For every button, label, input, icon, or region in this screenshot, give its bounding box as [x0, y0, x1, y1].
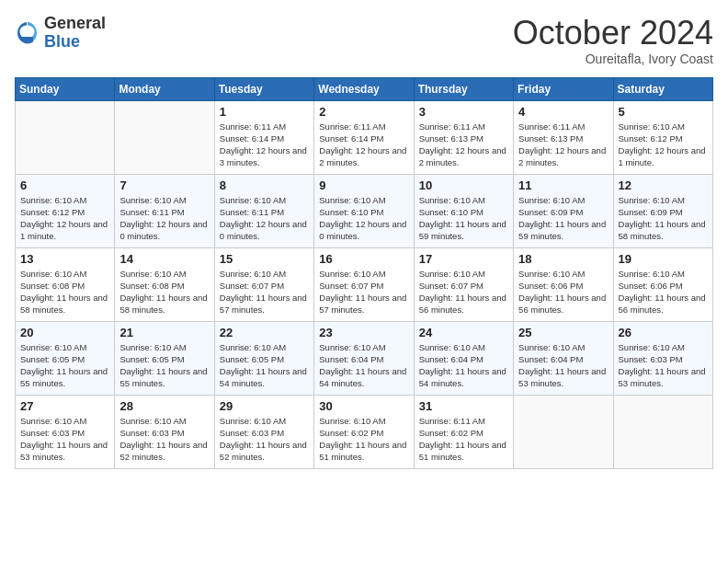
header-day-thursday: Thursday: [414, 77, 513, 100]
logo: General Blue: [15, 15, 106, 52]
logo-general: General: [44, 15, 106, 33]
day-info: Sunrise: 6:10 AMSunset: 6:11 PMDaylight:…: [119, 195, 207, 242]
day-info: Sunrise: 6:10 AMSunset: 6:06 PMDaylight:…: [518, 269, 606, 316]
calendar-cell: 16Sunrise: 6:10 AMSunset: 6:07 PMDayligh…: [314, 247, 414, 321]
day-number: 6: [20, 178, 109, 192]
day-number: 26: [619, 326, 708, 339]
day-number: 25: [518, 326, 608, 339]
calendar-cell: 4Sunrise: 6:11 AMSunset: 6:13 PMDaylight…: [514, 100, 613, 174]
calendar-cell: 11Sunrise: 6:10 AMSunset: 6:09 PMDayligh…: [514, 174, 613, 247]
header-day-tuesday: Tuesday: [214, 77, 313, 100]
day-info: Sunrise: 6:10 AMSunset: 6:12 PMDaylight:…: [20, 195, 108, 242]
calendar-week-1: 1Sunrise: 6:11 AMSunset: 6:14 PMDaylight…: [16, 100, 713, 174]
day-number: 20: [20, 326, 109, 339]
calendar-cell: 13Sunrise: 6:10 AMSunset: 6:08 PMDayligh…: [16, 247, 115, 321]
header-day-saturday: Saturday: [613, 77, 712, 100]
day-number: 15: [220, 252, 309, 266]
day-info: Sunrise: 6:11 AMSunset: 6:13 PMDaylight:…: [419, 121, 506, 168]
title-block: October 2024 Oureitafla, Ivory Coast: [513, 15, 713, 66]
day-info: Sunrise: 6:10 AMSunset: 6:07 PMDaylight:…: [419, 269, 506, 316]
calendar-cell: 20Sunrise: 6:10 AMSunset: 6:05 PMDayligh…: [16, 321, 115, 395]
calendar-cell: 9Sunrise: 6:10 AMSunset: 6:10 PMDaylight…: [314, 174, 414, 247]
calendar-week-2: 6Sunrise: 6:10 AMSunset: 6:12 PMDaylight…: [16, 174, 713, 247]
day-number: 23: [319, 326, 408, 339]
day-number: 8: [220, 178, 309, 192]
day-number: 11: [518, 178, 608, 192]
calendar-week-4: 20Sunrise: 6:10 AMSunset: 6:05 PMDayligh…: [16, 321, 713, 395]
day-info: Sunrise: 6:10 AMSunset: 6:08 PMDaylight:…: [20, 269, 108, 316]
day-info: Sunrise: 6:10 AMSunset: 6:06 PMDaylight:…: [619, 269, 706, 316]
day-info: Sunrise: 6:10 AMSunset: 6:09 PMDaylight:…: [518, 195, 606, 242]
day-info: Sunrise: 6:10 AMSunset: 6:03 PMDaylight:…: [119, 416, 207, 463]
calendar-cell: 17Sunrise: 6:10 AMSunset: 6:07 PMDayligh…: [414, 247, 513, 321]
calendar-cell: [115, 100, 214, 174]
header-day-sunday: Sunday: [16, 77, 115, 100]
day-info: Sunrise: 6:10 AMSunset: 6:12 PMDaylight:…: [619, 121, 706, 168]
day-number: 1: [220, 105, 309, 119]
day-number: 21: [119, 326, 209, 339]
calendar-cell: 15Sunrise: 6:10 AMSunset: 6:07 PMDayligh…: [214, 247, 313, 321]
day-number: 7: [119, 178, 209, 192]
calendar-cell: 26Sunrise: 6:10 AMSunset: 6:03 PMDayligh…: [613, 321, 712, 395]
calendar-cell: 31Sunrise: 6:11 AMSunset: 6:02 PMDayligh…: [414, 395, 513, 468]
day-number: 16: [319, 252, 408, 266]
month-title: October 2024: [513, 15, 713, 52]
calendar-cell: 14Sunrise: 6:10 AMSunset: 6:08 PMDayligh…: [115, 247, 214, 321]
header-day-monday: Monday: [115, 77, 214, 100]
calendar-week-3: 13Sunrise: 6:10 AMSunset: 6:08 PMDayligh…: [16, 247, 713, 321]
day-number: 19: [619, 252, 708, 266]
calendar-cell: 6Sunrise: 6:10 AMSunset: 6:12 PMDaylight…: [16, 174, 115, 247]
calendar-cell: [514, 395, 613, 468]
day-info: Sunrise: 6:10 AMSunset: 6:03 PMDaylight:…: [619, 342, 706, 389]
day-number: 30: [319, 399, 408, 413]
day-number: 27: [20, 399, 109, 413]
day-info: Sunrise: 6:10 AMSunset: 6:11 PMDaylight:…: [220, 195, 307, 242]
calendar-cell: 8Sunrise: 6:10 AMSunset: 6:11 PMDaylight…: [214, 174, 313, 247]
page-header: General Blue October 2024 Oureitafla, Iv…: [15, 15, 713, 66]
day-number: 3: [419, 105, 508, 119]
day-info: Sunrise: 6:10 AMSunset: 6:03 PMDaylight:…: [20, 416, 108, 463]
calendar-table: SundayMondayTuesdayWednesdayThursdayFrid…: [15, 77, 713, 469]
day-number: 31: [419, 399, 508, 413]
header-row: SundayMondayTuesdayWednesdayThursdayFrid…: [16, 77, 713, 100]
calendar-week-5: 27Sunrise: 6:10 AMSunset: 6:03 PMDayligh…: [16, 395, 713, 468]
day-info: Sunrise: 6:10 AMSunset: 6:04 PMDaylight:…: [319, 342, 406, 389]
header-day-friday: Friday: [514, 77, 613, 100]
calendar-cell: 2Sunrise: 6:11 AMSunset: 6:14 PMDaylight…: [314, 100, 414, 174]
calendar-cell: 21Sunrise: 6:10 AMSunset: 6:05 PMDayligh…: [115, 321, 214, 395]
calendar-cell: [16, 100, 115, 174]
day-info: Sunrise: 6:10 AMSunset: 6:05 PMDaylight:…: [119, 342, 207, 389]
calendar-cell: 24Sunrise: 6:10 AMSunset: 6:04 PMDayligh…: [414, 321, 513, 395]
day-info: Sunrise: 6:10 AMSunset: 6:04 PMDaylight:…: [518, 342, 606, 389]
day-info: Sunrise: 6:11 AMSunset: 6:13 PMDaylight:…: [518, 121, 606, 168]
header-day-wednesday: Wednesday: [314, 77, 414, 100]
day-number: 4: [518, 105, 608, 119]
calendar-cell: 1Sunrise: 6:11 AMSunset: 6:14 PMDaylight…: [214, 100, 313, 174]
day-info: Sunrise: 6:10 AMSunset: 6:07 PMDaylight:…: [220, 269, 307, 316]
day-info: Sunrise: 6:10 AMSunset: 6:04 PMDaylight:…: [419, 342, 506, 389]
calendar-cell: 30Sunrise: 6:10 AMSunset: 6:02 PMDayligh…: [314, 395, 414, 468]
calendar-cell: 12Sunrise: 6:10 AMSunset: 6:09 PMDayligh…: [613, 174, 712, 247]
day-number: 12: [619, 178, 708, 192]
location: Oureitafla, Ivory Coast: [513, 52, 713, 66]
day-number: 13: [20, 252, 109, 266]
calendar-cell: 28Sunrise: 6:10 AMSunset: 6:03 PMDayligh…: [115, 395, 214, 468]
day-number: 2: [319, 105, 408, 119]
day-info: Sunrise: 6:11 AMSunset: 6:14 PMDaylight:…: [319, 121, 406, 168]
calendar-cell: 10Sunrise: 6:10 AMSunset: 6:10 PMDayligh…: [414, 174, 513, 247]
calendar-cell: 3Sunrise: 6:11 AMSunset: 6:13 PMDaylight…: [414, 100, 513, 174]
day-number: 9: [319, 178, 408, 192]
calendar-cell: 29Sunrise: 6:10 AMSunset: 6:03 PMDayligh…: [214, 395, 313, 468]
day-number: 10: [419, 178, 508, 192]
day-number: 5: [619, 105, 708, 119]
day-number: 14: [119, 252, 209, 266]
day-info: Sunrise: 6:10 AMSunset: 6:05 PMDaylight:…: [20, 342, 108, 389]
calendar-cell: 19Sunrise: 6:10 AMSunset: 6:06 PMDayligh…: [613, 247, 712, 321]
day-info: Sunrise: 6:10 AMSunset: 6:07 PMDaylight:…: [319, 269, 406, 316]
day-info: Sunrise: 6:10 AMSunset: 6:08 PMDaylight:…: [119, 269, 207, 316]
day-info: Sunrise: 6:10 AMSunset: 6:05 PMDaylight:…: [220, 342, 307, 389]
day-number: 17: [419, 252, 508, 266]
calendar-cell: 25Sunrise: 6:10 AMSunset: 6:04 PMDayligh…: [514, 321, 613, 395]
day-number: 22: [220, 326, 309, 339]
day-info: Sunrise: 6:10 AMSunset: 6:03 PMDaylight:…: [220, 416, 307, 463]
